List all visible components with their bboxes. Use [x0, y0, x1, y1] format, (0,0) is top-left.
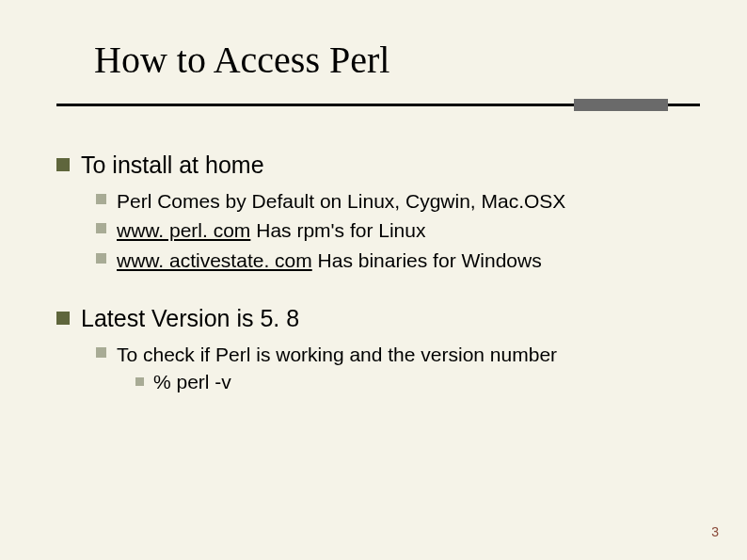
slide: How to Access Perl To install at home Pe…	[0, 0, 747, 560]
list-item-label: To install at home	[81, 152, 264, 179]
list-item: To check if Perl is working and the vers…	[96, 342, 700, 367]
list-item-label: Perl Comes by Default on Linux, Cygwin, …	[117, 188, 565, 214]
list-item-text: Has rpm's for Linux	[250, 219, 425, 241]
list-item-label: To check if Perl is working and the vers…	[117, 342, 557, 367]
list-item-label: www. activestate. com Has binaries for W…	[117, 248, 542, 273]
square-bullet-icon	[96, 347, 106, 358]
list-item: Perl Comes by Default on Linux, Cygwin, …	[96, 188, 700, 214]
square-bullet-icon	[96, 253, 106, 264]
square-bullet-icon	[96, 223, 106, 233]
list-item: www. perl. com Has rpm's for Linux	[96, 217, 700, 243]
list-item-text: Has binaries for Windows	[312, 249, 542, 271]
page-number: 3	[711, 524, 719, 539]
rule-accent	[574, 99, 668, 111]
square-bullet-icon	[96, 194, 106, 204]
title-rule	[56, 99, 700, 114]
square-bullet-icon	[135, 377, 144, 386]
square-bullet-icon	[56, 312, 70, 325]
list-item: Latest Version is 5. 8	[56, 305, 700, 332]
slide-content: To install at home Perl Comes by Default…	[56, 152, 700, 393]
list-item-label: Latest Version is 5. 8	[81, 305, 299, 332]
list-item: www. activestate. com Has binaries for W…	[96, 248, 700, 273]
link-perl-com[interactable]: www. perl. com	[117, 219, 250, 241]
list-item-label: www. perl. com Has rpm's for Linux	[117, 217, 425, 243]
list-item: % perl -v	[135, 371, 700, 393]
spacer	[56, 277, 700, 305]
list-item: To install at home	[56, 152, 700, 179]
list-item-label: % perl -v	[153, 371, 231, 393]
square-bullet-icon	[56, 158, 70, 171]
link-activestate-com[interactable]: www. activestate. com	[117, 249, 312, 271]
slide-title: How to Access Perl	[94, 38, 700, 82]
